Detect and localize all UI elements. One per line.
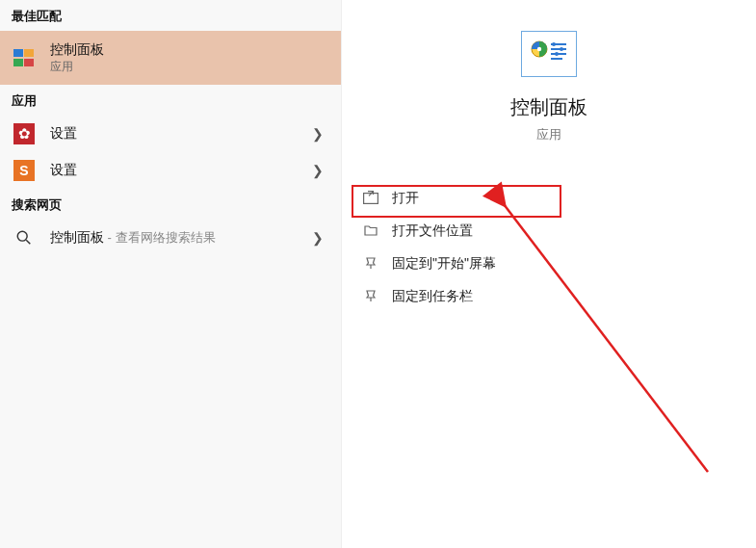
pin-icon [359, 256, 382, 273]
svg-line-1 [26, 240, 30, 244]
control-panel-icon [521, 31, 577, 77]
svg-point-0 [17, 231, 27, 241]
section-header-best-match: 最佳匹配 [0, 0, 341, 31]
svg-point-9 [560, 47, 563, 51]
action-pin-taskbar[interactable]: 固定到任务栏 [359, 280, 739, 313]
svg-rect-11 [364, 193, 378, 203]
svg-rect-7 [551, 58, 562, 60]
chevron-right-icon: ❯ [312, 230, 329, 246]
svg-point-8 [552, 42, 556, 46]
action-label: 固定到"开始"屏幕 [392, 255, 496, 273]
web-search-suffix: - 查看网络搜索结果 [104, 230, 216, 245]
web-search-prefix: 控制面板 [50, 229, 104, 245]
preview-title: 控制面板 [510, 94, 587, 120]
section-header-apps: 应用 [0, 85, 341, 116]
web-search-label: 控制面板 - 查看网络搜索结果 [50, 229, 216, 247]
pin-icon [359, 289, 382, 305]
search-icon [12, 225, 37, 250]
action-open[interactable]: 打开 [359, 182, 739, 215]
svg-point-3 [537, 47, 541, 51]
app-item-label: 设置 [50, 162, 77, 179]
chevron-right-icon: ❯ [312, 126, 329, 142]
app-item-label: 设置 [50, 125, 77, 143]
folder-icon [359, 223, 382, 240]
svg-rect-5 [551, 48, 566, 50]
best-match-title: 控制面板 [50, 40, 329, 58]
control-panel-icon [12, 45, 37, 70]
app-item-settings-2[interactable]: S 设置 ❯ [0, 152, 341, 189]
action-label: 打开文件位置 [392, 222, 473, 240]
app-item-settings-1[interactable]: ✿ 设置 ❯ [0, 116, 341, 152]
s-icon: S [12, 158, 37, 183]
preview-action-list: 打开 打开文件位置 固定到"开始"屏幕 [342, 182, 756, 313]
web-search-item[interactable]: 控制面板 - 查看网络搜索结果 ❯ [0, 220, 341, 256]
best-match-result[interactable]: 控制面板 应用 [0, 31, 341, 85]
svg-point-10 [555, 52, 559, 56]
action-label: 固定到任务栏 [392, 288, 473, 305]
search-left-panel: 最佳匹配 控制面板 应用 应用 ✿ 设置 ❯ S 设置 ❯ 搜索网页 [0, 0, 342, 548]
search-preview-panel: 控制面板 应用 打开 打开文件位置 [342, 0, 756, 548]
gear-icon: ✿ [12, 121, 37, 146]
open-icon [359, 191, 382, 207]
preview-subtitle: 应用 [536, 126, 561, 144]
preview-header: 控制面板 应用 [342, 0, 756, 144]
best-match-texts: 控制面板 应用 [50, 40, 329, 75]
action-open-location[interactable]: 打开文件位置 [359, 215, 739, 248]
section-header-web: 搜索网页 [0, 189, 341, 220]
chevron-right-icon: ❯ [312, 163, 329, 178]
best-match-subtitle: 应用 [50, 60, 329, 75]
action-pin-start[interactable]: 固定到"开始"屏幕 [359, 248, 739, 280]
action-label: 打开 [392, 190, 419, 207]
